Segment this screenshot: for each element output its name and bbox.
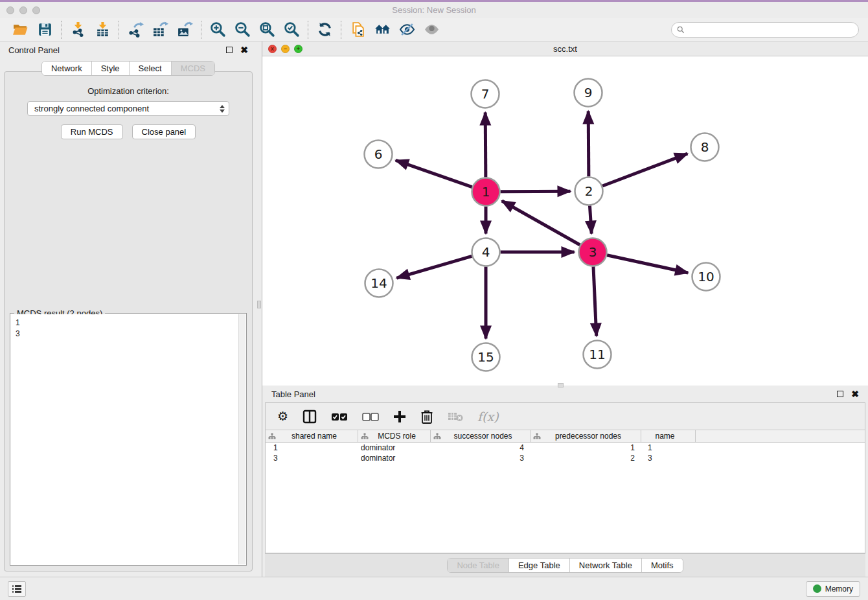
node-2[interactable]: 2 [575, 178, 603, 205]
table-row[interactable]: 3dominator323 [266, 453, 865, 463]
table-settings-gear-icon[interactable]: ⚙ [277, 408, 288, 425]
deselect-all-columns-icon[interactable] [362, 408, 379, 425]
show-all-houses-icon[interactable] [373, 21, 391, 39]
horizontal-splitter-grip[interactable] [558, 383, 564, 387]
table-tabs: Node TableEdge TableNetwork TableMotifs [447, 558, 683, 573]
run-mcds-button[interactable]: Run MCDS [61, 124, 123, 139]
toolbar-separator [119, 21, 119, 39]
table-tab-edge-table[interactable]: Edge Table [509, 559, 570, 572]
cell-MCDS-role[interactable]: dominator [358, 443, 431, 453]
column-header-MCDS-role[interactable]: MCDS role [358, 430, 431, 442]
edge-1-6[interactable] [396, 160, 472, 187]
column-layout-icon[interactable] [303, 408, 317, 425]
edge-4-14[interactable] [396, 256, 472, 278]
table-close-icon[interactable]: ✖ [851, 389, 859, 398]
column-label: MCDS role [370, 432, 430, 441]
search-input[interactable] [688, 25, 853, 34]
refresh-layout-icon[interactable] [315, 21, 334, 39]
svg-text:4: 4 [482, 244, 490, 260]
import-network-icon[interactable] [69, 21, 87, 39]
zoom-fit-icon[interactable] [258, 21, 276, 39]
add-column-plus-icon[interactable] [393, 408, 406, 425]
svg-text:11: 11 [589, 347, 605, 362]
edge-1-7[interactable] [485, 112, 486, 177]
import-table-icon[interactable] [93, 21, 111, 39]
zoom-in-icon[interactable] [209, 21, 227, 39]
node-7[interactable]: 7 [472, 80, 499, 108]
node-4[interactable]: 4 [472, 238, 500, 266]
table-row[interactable]: 1dominator411 [266, 443, 865, 453]
clone-network-icon[interactable] [348, 21, 367, 39]
node-3[interactable]: 3 [579, 238, 607, 266]
cell-MCDS-role[interactable]: dominator [358, 453, 431, 463]
cell-shared-name[interactable]: 3 [266, 453, 358, 463]
show-hidden-eye-icon[interactable] [422, 21, 440, 39]
svg-text:15: 15 [477, 349, 494, 365]
tab-network[interactable]: Network [42, 62, 92, 75]
node-9[interactable]: 9 [575, 79, 602, 107]
node-8[interactable]: 8 [691, 133, 719, 161]
save-session-icon[interactable] [36, 21, 54, 39]
network-canvas[interactable]: 1234678910111415 [262, 56, 867, 386]
vertical-splitter[interactable] [257, 41, 262, 577]
delete-table-icon[interactable] [448, 408, 463, 425]
close-panel-button[interactable]: Close panel [132, 124, 196, 139]
node-1[interactable]: 1 [472, 178, 500, 206]
result-scrollbar[interactable] [238, 314, 246, 564]
open-session-icon[interactable] [11, 21, 29, 39]
table-float-icon[interactable] [837, 391, 843, 397]
table-tab-node-table[interactable]: Node Table [448, 559, 509, 572]
task-history-button[interactable] [8, 581, 26, 597]
edge-3-1[interactable] [502, 201, 580, 245]
cell-successor-nodes[interactable]: 3 [431, 453, 531, 463]
edge-3-10[interactable] [607, 255, 688, 273]
tab-mcds[interactable]: MCDS [172, 62, 214, 75]
cell-successor-nodes[interactable]: 4 [431, 443, 531, 453]
column-header-name[interactable]: name [641, 430, 696, 442]
table-body: 1dominator4113dominator323 [266, 443, 865, 553]
node-6[interactable]: 6 [365, 141, 393, 168]
tab-style[interactable]: Style [92, 62, 130, 75]
node-10[interactable]: 10 [692, 263, 720, 291]
edge-2-9[interactable] [588, 111, 589, 176]
svg-text:7: 7 [481, 86, 490, 102]
cell-predecessor-nodes[interactable]: 1 [531, 443, 641, 453]
splitter-grip[interactable] [257, 301, 261, 308]
edge-1-2[interactable] [500, 191, 570, 192]
edge-2-8[interactable] [602, 154, 687, 186]
close-panel-icon[interactable]: ✖ [240, 45, 248, 54]
edge-3-11[interactable] [593, 266, 597, 336]
edge-2-3[interactable] [589, 205, 591, 233]
column-header-shared-name[interactable]: shared name [266, 430, 358, 442]
zoom-out-icon[interactable] [233, 21, 251, 39]
criterion-dropdown[interactable]: strongly connected component [27, 101, 229, 116]
cell-shared-name[interactable]: 1 [266, 443, 358, 453]
cell-name[interactable]: 1 [641, 443, 696, 453]
network-view[interactable]: 1234678910111415 [262, 56, 868, 386]
column-header-successor-nodes[interactable]: successor nodes [431, 430, 531, 442]
table-tab-motifs[interactable]: Motifs [642, 559, 683, 572]
mcds-result-list: 13 [11, 314, 238, 564]
delete-column-trash-icon[interactable] [420, 408, 433, 425]
search-box[interactable] [671, 22, 859, 38]
export-network-icon[interactable] [126, 21, 144, 39]
column-header-predecessor-nodes[interactable]: predecessor nodes [531, 430, 641, 442]
tab-select[interactable]: Select [130, 62, 172, 75]
export-image-icon[interactable] [176, 21, 194, 39]
float-panel-icon[interactable] [226, 47, 233, 53]
zoom-selected-icon[interactable] [282, 21, 301, 39]
node-14[interactable]: 14 [365, 270, 393, 297]
function-builder-icon[interactable]: f(x) [477, 408, 499, 425]
select-all-columns-icon[interactable] [331, 408, 348, 425]
node-15[interactable]: 15 [472, 343, 500, 371]
column-label: predecessor nodes [542, 432, 641, 441]
memory-button[interactable]: Memory [806, 581, 860, 597]
column-type-icon [268, 433, 276, 440]
hide-selected-eye-icon[interactable] [398, 21, 416, 39]
cell-name[interactable]: 3 [641, 453, 696, 463]
application-window: Session: New Session [0, 0, 868, 600]
export-table-icon[interactable] [151, 21, 169, 39]
cell-predecessor-nodes[interactable]: 2 [531, 453, 641, 463]
node-11[interactable]: 11 [584, 341, 611, 369]
table-tab-network-table[interactable]: Network Table [570, 559, 642, 572]
